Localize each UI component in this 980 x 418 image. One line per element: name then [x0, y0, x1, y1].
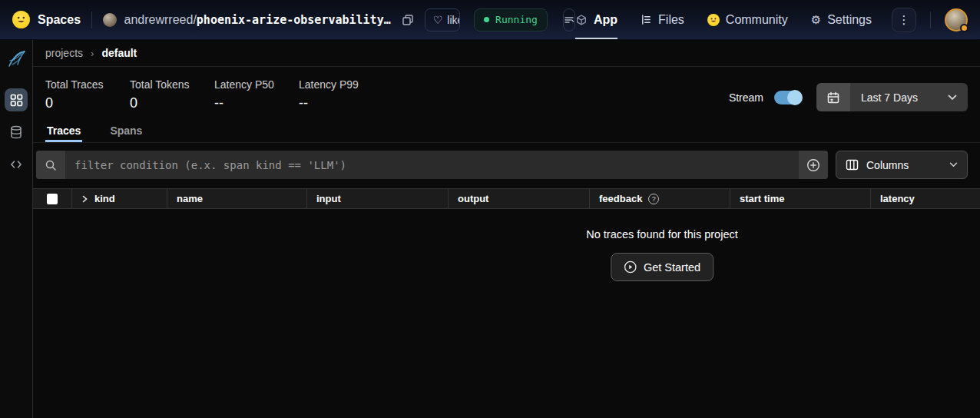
column-header-output[interactable]: output [448, 189, 589, 208]
status-badge[interactable]: Running [474, 8, 548, 32]
tab-settings[interactable]: ⚙ Settings [811, 0, 872, 39]
huggingface-logo-icon[interactable] [12, 11, 30, 28]
user-avatar[interactable] [945, 8, 968, 32]
sidebar-item-datasets[interactable] [5, 121, 28, 144]
gear-icon: ⚙ [811, 13, 821, 27]
stat-latency-p50: Latency P50 -- [214, 78, 299, 111]
empty-state-message: No traces found for this project [586, 228, 737, 241]
spaces-brand[interactable]: Spaces [38, 13, 81, 27]
community-icon [707, 14, 720, 26]
breadcrumb-current: default [101, 47, 137, 59]
sidebar-item-projects[interactable] [5, 88, 28, 111]
stat-total-tokens: Total Tokens 0 [130, 78, 214, 111]
filter-condition-field [36, 151, 828, 179]
notification-dot-icon [960, 24, 968, 32]
calendar-icon [816, 83, 850, 111]
stat-latency-p99: Latency P99 -- [299, 78, 383, 111]
chevron-right-icon: › [91, 48, 94, 59]
column-header-input[interactable]: input [306, 189, 448, 208]
view-tabs: Traces Spans [33, 121, 980, 143]
hf-nav: App Files Community ⚙ Settings [575, 0, 872, 39]
status-dot-icon [484, 17, 489, 22]
time-range-value: Last 7 Days [861, 91, 918, 104]
tab-traces[interactable]: Traces [45, 121, 82, 142]
more-options-button[interactable]: ⋮ [892, 8, 916, 32]
logs-button[interactable] [563, 8, 575, 32]
plus-circle-icon [806, 158, 820, 172]
tab-app[interactable]: App [575, 0, 617, 39]
duplicate-icon[interactable] [402, 14, 414, 26]
get-started-button[interactable]: Get Started [611, 253, 713, 281]
phoenix-logo-icon[interactable] [6, 49, 27, 73]
divider [930, 12, 931, 28]
search-icon [36, 151, 65, 179]
space-name-link[interactable]: phoenix-arize-observability… [197, 13, 391, 27]
stream-toggle[interactable] [774, 91, 801, 104]
main-content: projects › default Total Traces 0 Total … [33, 40, 980, 418]
tab-spans[interactable]: Spans [108, 121, 144, 142]
filter-row: Columns [33, 143, 980, 179]
column-header-name[interactable]: name [167, 189, 306, 208]
stream-label: Stream [729, 91, 763, 104]
column-header-latency[interactable]: latency [870, 189, 980, 208]
space-owner-link[interactable]: andrewrreed [124, 13, 194, 26]
sidebar-item-playground[interactable] [5, 153, 28, 176]
cube-icon [575, 14, 588, 26]
divider [91, 12, 92, 28]
phoenix-app: projects › default Total Traces 0 Total … [0, 40, 980, 418]
time-range-select[interactable]: Last 7 Days [816, 83, 968, 111]
stats-row: Total Traces 0 Total Tokens 0 Latency P5… [33, 67, 980, 121]
filter-condition-input[interactable] [65, 151, 799, 179]
database-icon [9, 125, 23, 139]
toggle-knob [787, 90, 803, 105]
chevron-right-icon [81, 195, 88, 203]
code-icon [9, 158, 23, 171]
kebab-icon: ⋮ [899, 13, 910, 26]
breadcrumb: projects › default [33, 40, 980, 67]
view-controls: Stream Last 7 Days [729, 83, 968, 111]
add-filter-button[interactable] [799, 151, 828, 179]
columns-button[interactable]: Columns [836, 151, 968, 179]
help-icon[interactable]: ? [648, 194, 659, 204]
owner-avatar[interactable] [103, 13, 117, 27]
empty-state: No traces found for this project Get Sta… [586, 228, 737, 281]
chevron-down-icon [949, 162, 958, 168]
select-all-checkbox[interactable] [47, 194, 58, 204]
tab-files[interactable]: Files [641, 0, 684, 39]
heart-icon: ♡ [433, 14, 443, 26]
chevron-down-icon [948, 95, 957, 101]
column-header-kind[interactable]: kind [71, 189, 167, 208]
like-button[interactable]: ♡like 0 [425, 8, 460, 32]
hf-topbar: Spaces andrewrreed/phoenix-arize-observa… [0, 0, 980, 40]
column-header-feedback[interactable]: feedback ? [589, 189, 730, 208]
column-header-start-time[interactable]: start time [730, 189, 870, 208]
phoenix-sidebar [0, 40, 33, 418]
breadcrumb-projects-link[interactable]: projects [45, 47, 83, 59]
files-tree-icon [641, 14, 652, 25]
table-header-row: kind name input output feedback ? start … [33, 188, 980, 209]
grid-icon [10, 94, 23, 107]
tab-community[interactable]: Community [707, 0, 788, 39]
columns-icon [846, 159, 859, 171]
play-circle-icon [624, 260, 637, 274]
stat-total-traces: Total Traces 0 [45, 78, 130, 111]
